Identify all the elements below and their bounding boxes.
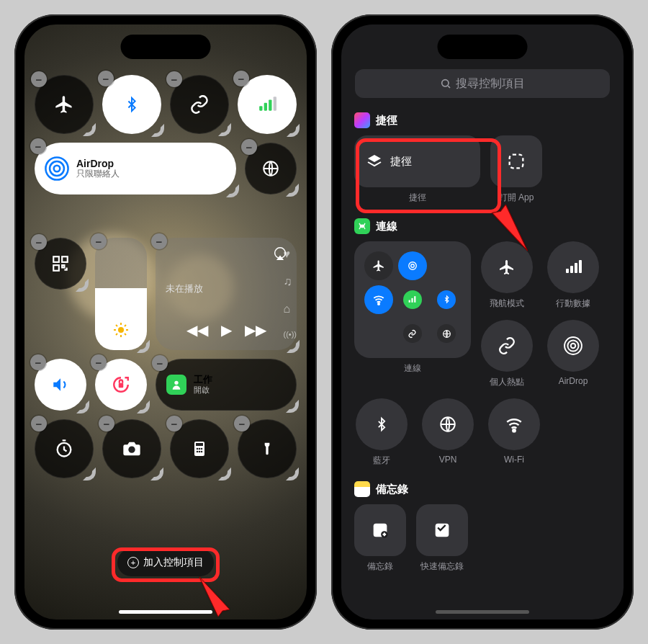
svg-rect-18 (196, 443, 203, 446)
resize-handle[interactable] (287, 340, 300, 353)
svg-point-11 (118, 327, 124, 333)
svg-point-20 (199, 448, 201, 450)
remove-icon[interactable]: − (233, 71, 249, 86)
notes-app-icon (354, 481, 370, 497)
svg-rect-34 (415, 297, 416, 303)
next-icon[interactable]: ▶▶ (245, 321, 266, 339)
remove-icon[interactable]: − (31, 234, 47, 250)
notes-button[interactable] (354, 504, 406, 556)
svg-rect-33 (412, 298, 413, 303)
prev-icon[interactable]: ◀◀ (186, 321, 208, 339)
resize-handle[interactable] (137, 401, 150, 413)
resize-handle[interactable] (150, 468, 163, 480)
quicknote-button[interactable] (416, 504, 468, 556)
camera-button[interactable]: − (102, 419, 161, 478)
svg-point-16 (128, 447, 135, 453)
hotspot-toggle[interactable]: − (170, 75, 229, 134)
resize-handle[interactable] (287, 124, 300, 137)
qr-scan[interactable]: − (35, 238, 86, 290)
remove-icon[interactable]: − (166, 416, 182, 431)
svg-point-31 (378, 303, 379, 305)
airdrop-button[interactable] (547, 320, 599, 372)
brightness-slider[interactable]: − (95, 238, 147, 350)
search-icon (440, 78, 451, 89)
svg-rect-37 (570, 266, 573, 273)
sun-icon (112, 321, 130, 339)
remove-icon[interactable]: − (98, 71, 114, 86)
camera-icon (122, 439, 142, 459)
timer-button[interactable]: − (35, 419, 94, 478)
dynamic-island (121, 35, 211, 59)
remove-icon[interactable]: − (152, 355, 168, 371)
heart-icon: ♥ (283, 248, 297, 261)
resize-handle[interactable] (76, 279, 89, 292)
resize-handle[interactable] (76, 401, 89, 413)
resize-handle[interactable] (151, 124, 164, 137)
focus-tile[interactable]: − 工作 開啟 (156, 359, 297, 411)
remove-icon[interactable]: − (30, 354, 46, 370)
resize-handle[interactable] (286, 400, 299, 413)
resize-handle[interactable] (83, 468, 96, 480)
bluetooth-toggle[interactable]: − (102, 75, 161, 134)
volume-slider[interactable]: − (35, 359, 86, 411)
vpn-button[interactable] (422, 398, 474, 450)
remove-icon[interactable]: − (99, 416, 114, 431)
bluetooth-button[interactable] (356, 398, 408, 450)
remove-icon[interactable]: − (234, 416, 250, 431)
airplane-toggle[interactable]: − (35, 75, 94, 134)
svg-rect-47 (436, 524, 449, 537)
add-control-button[interactable]: + 加入控制項目 (117, 549, 214, 576)
rotation-lock[interactable]: − (95, 359, 147, 411)
search-bar[interactable]: 搜尋控制項目 (355, 69, 610, 98)
remove-icon[interactable]: − (31, 416, 47, 431)
remove-icon[interactable]: − (241, 139, 257, 155)
qr-icon (51, 254, 70, 273)
cellular-toggle[interactable]: − (238, 75, 297, 134)
svg-rect-13 (119, 383, 124, 388)
speaker-icon (51, 375, 70, 394)
svg-rect-9 (62, 256, 68, 262)
svg-point-40 (571, 344, 576, 349)
hotspot-button[interactable] (481, 320, 533, 372)
shortcut-button[interactable]: 捷徑 (354, 135, 480, 187)
red-arrow (194, 573, 237, 617)
resize-handle[interactable] (286, 468, 299, 480)
resize-handle[interactable] (137, 340, 150, 353)
svg-point-24 (201, 451, 203, 453)
cellular-button[interactable] (547, 241, 599, 293)
svg-point-22 (197, 451, 199, 453)
remove-icon[interactable]: − (30, 138, 46, 154)
resize-handle[interactable] (218, 468, 231, 480)
connection-group-button[interactable] (354, 241, 471, 358)
resize-handle[interactable] (286, 184, 299, 197)
screen-right: 搜尋控制項目 捷徑 捷徑 捷徑 打開 App (341, 24, 624, 620)
media-tile[interactable]: − 未在播放 ◀◀ ▶ ▶▶ (156, 238, 297, 350)
timer-icon (54, 439, 74, 459)
airdrop-tile[interactable]: − AirDrop 只限聯絡人 (35, 143, 236, 194)
side-indicators: ♥ ♫ ⌂ ((•)) (283, 248, 297, 339)
svg-point-5 (50, 161, 64, 176)
remove-icon[interactable]: − (151, 233, 167, 249)
remove-icon[interactable]: − (31, 71, 47, 87)
phone-right: 搜尋控制項目 捷徑 捷徑 捷徑 打開 App (331, 14, 634, 630)
play-icon[interactable]: ▶ (221, 321, 232, 339)
calculator-button[interactable]: − (170, 419, 229, 478)
wifi-button[interactable] (488, 398, 540, 450)
phone-left: − − − − (14, 14, 317, 630)
music-icon: ♫ (283, 275, 297, 288)
home-indicator[interactable] (436, 610, 529, 614)
vpn-toggle[interactable]: − (245, 143, 297, 194)
open-app-button[interactable] (490, 135, 542, 187)
flashlight-button[interactable]: − (238, 419, 297, 478)
svg-point-30 (409, 261, 417, 269)
layers-icon (366, 153, 383, 170)
svg-point-41 (567, 340, 578, 351)
resize-handle[interactable] (218, 123, 231, 136)
remove-icon[interactable]: − (166, 71, 182, 87)
resize-handle[interactable] (83, 123, 96, 136)
focus-label: 工作 (194, 375, 212, 385)
remove-icon[interactable]: − (91, 354, 107, 370)
home-icon: ⌂ (283, 303, 297, 316)
remove-icon[interactable]: − (91, 233, 107, 249)
section-shortcuts: 捷徑 (354, 112, 611, 128)
